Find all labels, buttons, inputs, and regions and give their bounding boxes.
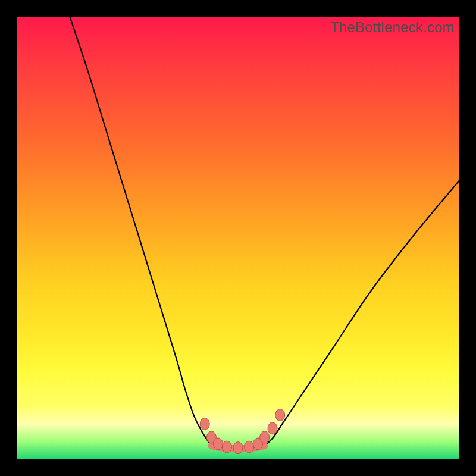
trough-marker xyxy=(268,422,277,434)
curve-left-branch xyxy=(70,17,211,446)
trough-marker xyxy=(222,441,231,453)
trough-marker xyxy=(260,431,270,443)
trough-marker xyxy=(233,442,243,454)
trough-marker xyxy=(214,438,223,450)
chart-frame: TheBottleneck.com xyxy=(0,0,476,476)
trough-marker xyxy=(245,441,254,453)
trough-marker xyxy=(200,418,209,430)
trough-marker xyxy=(275,409,285,421)
bottleneck-curve xyxy=(17,17,459,459)
curve-right-branch xyxy=(265,180,459,446)
plot-area: TheBottleneck.com xyxy=(17,17,459,459)
